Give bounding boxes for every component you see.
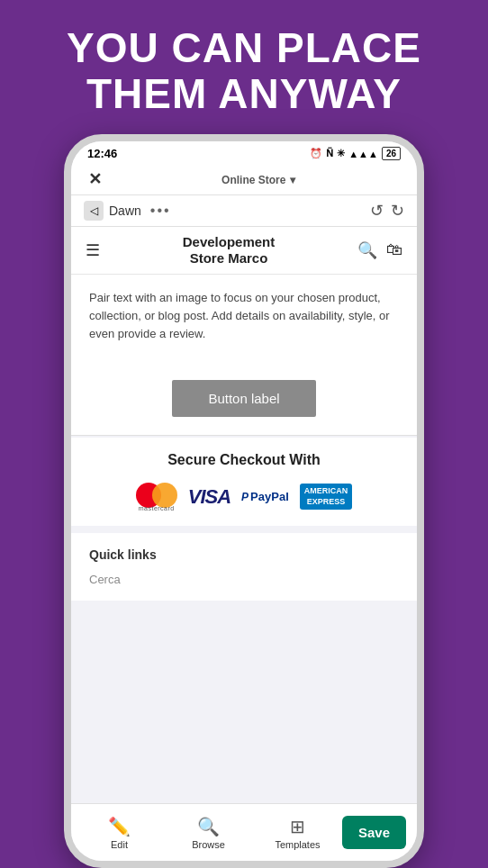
amex-logo: AMERICAN EXPRESS [300,484,353,510]
save-button[interactable]: Save [342,816,406,849]
paypal-p-icon: P [241,491,249,503]
redo-icon[interactable]: ↻ [391,201,404,221]
nav-title: Online Store ▾ [113,171,404,187]
cerca-field[interactable]: Cerca [89,573,399,586]
mc-circle-right [152,483,177,508]
dawn-back-icon[interactable]: ◁ [84,201,104,221]
search-icon[interactable]: 🔍 [357,240,377,260]
button-label[interactable]: Button label [172,380,315,417]
dawn-undo-redo: ↺ ↻ [370,201,404,221]
checkout-section: Secure Checkout With mastercard VISA P P… [71,438,417,526]
store-header: ☰ Developement Store Marco 🔍 🛍 [71,227,417,275]
bottom-toolbar: ✏️ Edit 🔍 Browse ⊞ Templates Save [71,803,417,861]
divider [71,435,417,436]
visa-logo: VISA [188,485,230,509]
bluetooth-icon: ✳ [337,148,345,159]
paypal-text: PayPal [250,490,289,503]
templates-label: Templates [275,839,320,850]
edit-icon: ✏️ [108,816,131,837]
edit-tab[interactable]: ✏️ Edit [75,810,164,855]
templates-tab[interactable]: ⊞ Templates [253,810,342,855]
store-action-icons: 🔍 🛍 [357,240,402,260]
browse-label: Browse [192,839,225,850]
nav-bar: ✕ Online Store ▾ [71,164,417,195]
n-icon: N̈ [326,148,333,159]
menu-icon[interactable]: ☰ [86,240,100,260]
browse-tab[interactable]: 🔍 Browse [164,810,253,855]
mc-label: mastercard [136,505,177,511]
battery-icon: 26 [382,147,401,160]
edit-label: Edit [111,839,128,850]
main-content: Pair text with an image to focus on your… [71,275,417,803]
bag-icon[interactable]: 🛍 [386,240,402,260]
payment-icons: mastercard VISA P PayPal AMERICAN EXPRES… [86,483,402,511]
templates-icon: ⊞ [290,816,305,837]
quick-links-section: Quick links Cerca [71,533,417,601]
quick-links-title: Quick links [89,547,399,562]
signal-icon: ▲▲▲ [348,149,378,159]
browse-icon: 🔍 [197,816,220,837]
status-bar: 12:46 ⏰ N̈ ✳ ▲▲▲ 26 [71,141,417,164]
content-card: Pair text with an image to focus on your… [71,275,417,361]
paypal-logo: P PayPal [241,490,289,503]
checkout-title: Secure Checkout With [86,452,402,468]
store-name: Developement Store Marco [183,234,276,267]
hero-text: You can place them anyway [31,0,457,134]
status-time: 12:46 [87,147,117,160]
alarm-icon: ⏰ [310,148,322,159]
mastercard-logo: mastercard [136,483,177,511]
button-section: Button label [71,362,417,435]
dawn-dots[interactable]: ••• [150,203,171,219]
phone-frame: 12:46 ⏰ N̈ ✳ ▲▲▲ 26 ✕ Online Store ▾ ◁ D… [64,134,424,868]
dawn-bar: ◁ Dawn ••• ↺ ↻ [71,195,417,227]
dawn-label: Dawn [109,203,141,218]
close-button[interactable]: ✕ [84,169,105,189]
undo-icon[interactable]: ↺ [370,201,384,221]
status-icons: ⏰ N̈ ✳ ▲▲▲ 26 [310,147,401,160]
pair-text: Pair text with an image to focus on your… [89,289,399,343]
